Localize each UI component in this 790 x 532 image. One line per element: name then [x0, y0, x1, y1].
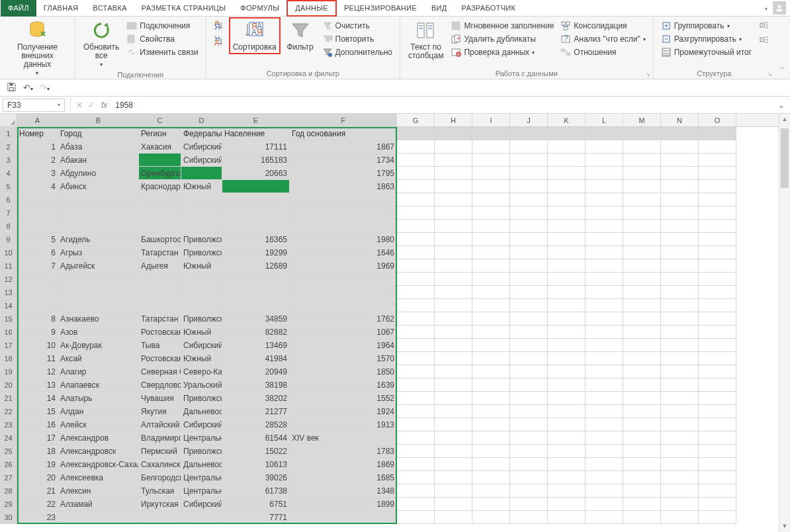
cell[interactable] — [397, 418, 435, 431]
cell[interactable] — [699, 458, 736, 471]
cell[interactable] — [699, 392, 736, 405]
cell[interactable] — [623, 167, 661, 180]
cell[interactable] — [548, 431, 586, 445]
cell[interactable]: 1552 — [290, 392, 397, 405]
clear-filter-button[interactable]: Очистить — [320, 20, 394, 32]
cell[interactable] — [510, 259, 548, 273]
cell[interactable] — [548, 286, 586, 299]
cell[interactable]: Центральный — [181, 431, 222, 445]
cell[interactable]: Алтайский — [139, 418, 181, 431]
cell[interactable] — [510, 445, 548, 458]
cell[interactable] — [661, 418, 699, 431]
cell[interactable] — [623, 193, 661, 206]
cell[interactable]: Приволжский — [181, 445, 222, 458]
cell[interactable]: 14 — [17, 392, 58, 405]
cell[interactable]: 20663 — [222, 167, 290, 180]
cell[interactable] — [435, 405, 472, 418]
cell[interactable] — [623, 140, 661, 154]
cell[interactable] — [435, 445, 472, 458]
cell[interactable] — [58, 193, 139, 206]
cell[interactable] — [699, 167, 736, 180]
cell[interactable]: Сибирский — [181, 154, 222, 167]
cell[interactable]: 20 — [17, 471, 58, 484]
cell[interactable] — [290, 286, 397, 299]
select-all-button[interactable] — [0, 114, 17, 126]
cell[interactable]: 20949 — [222, 365, 290, 378]
cell[interactable] — [548, 206, 586, 220]
cell[interactable]: 12 — [17, 365, 58, 378]
cell[interactable] — [699, 140, 736, 154]
cell[interactable] — [435, 418, 472, 431]
row-header[interactable]: 8 — [0, 220, 17, 233]
cell[interactable] — [623, 365, 661, 378]
cell[interactable]: 34859 — [222, 312, 290, 326]
cell[interactable] — [435, 140, 472, 154]
cell[interactable] — [510, 418, 548, 431]
cell[interactable] — [435, 392, 472, 405]
cell[interactable]: 39026 — [222, 471, 290, 484]
cell[interactable] — [222, 206, 290, 220]
cell[interactable] — [699, 405, 736, 418]
cell[interactable]: 3 — [17, 167, 58, 180]
cell[interactable] — [510, 511, 548, 524]
cell[interactable] — [397, 180, 435, 193]
fx-icon[interactable]: fx — [101, 101, 107, 110]
cell[interactable] — [586, 511, 623, 524]
cell[interactable]: Александровск-Сахалинский — [58, 458, 139, 471]
cell[interactable] — [699, 286, 736, 299]
enter-icon[interactable]: ✓ — [88, 101, 95, 110]
cell[interactable] — [139, 154, 181, 167]
cell[interactable] — [472, 405, 510, 418]
cell[interactable] — [510, 246, 548, 259]
cell[interactable]: 1867 — [290, 140, 397, 154]
cell[interactable]: 1 — [17, 140, 58, 154]
cell[interactable] — [586, 259, 623, 273]
cell[interactable] — [548, 484, 586, 498]
cell[interactable] — [435, 471, 472, 484]
cell[interactable] — [472, 392, 510, 405]
cell[interactable]: 1646 — [290, 246, 397, 259]
cell[interactable] — [472, 511, 510, 524]
cell[interactable] — [586, 127, 623, 140]
cell[interactable] — [623, 352, 661, 365]
get-external-data-button[interactable]: Получение внешних данных▾ — [4, 19, 71, 79]
cell[interactable]: Приволжский — [181, 392, 222, 405]
cell[interactable] — [472, 167, 510, 180]
cell[interactable]: Приволжский — [181, 246, 222, 259]
cell[interactable] — [472, 352, 510, 365]
cell[interactable] — [661, 498, 699, 511]
cell[interactable] — [548, 458, 586, 471]
cell[interactable] — [661, 127, 699, 140]
group-button[interactable]: Группировать ▾ — [659, 20, 754, 32]
cell[interactable] — [472, 299, 510, 312]
cell[interactable]: 17 — [17, 431, 58, 445]
cell[interactable]: Пермский — [139, 445, 181, 458]
cell[interactable]: Северная Осетия — [139, 365, 181, 378]
cell[interactable] — [548, 259, 586, 273]
cell[interactable] — [397, 365, 435, 378]
cell[interactable] — [699, 471, 736, 484]
cell[interactable] — [397, 339, 435, 352]
cell[interactable]: 1762 — [290, 312, 397, 326]
cell[interactable]: 9 — [17, 326, 58, 339]
cell[interactable] — [586, 458, 623, 471]
cell[interactable] — [699, 180, 736, 193]
cell[interactable] — [548, 127, 586, 140]
cell[interactable] — [472, 180, 510, 193]
cell[interactable] — [472, 246, 510, 259]
cell[interactable] — [699, 326, 736, 339]
cell[interactable] — [586, 445, 623, 458]
cell[interactable]: Абдулино — [58, 167, 139, 180]
cell[interactable] — [397, 392, 435, 405]
cell[interactable] — [586, 140, 623, 154]
cell[interactable]: 61544 — [222, 431, 290, 445]
col-header[interactable]: M — [623, 114, 661, 126]
cell[interactable] — [510, 140, 548, 154]
ribbon-options-icon[interactable] — [764, 3, 768, 13]
cell[interactable] — [586, 326, 623, 339]
cell[interactable] — [548, 220, 586, 233]
cell[interactable]: 21277 — [222, 405, 290, 418]
cell[interactable] — [548, 418, 586, 431]
cell[interactable] — [548, 378, 586, 392]
cell[interactable] — [435, 431, 472, 445]
